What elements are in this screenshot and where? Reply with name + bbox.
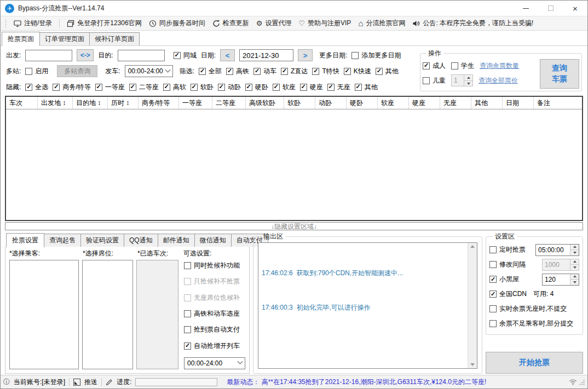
hide-hard-seat-checkbox[interactable]: 硬座 bbox=[300, 83, 323, 92]
depart-time-select[interactable]: 00:00-24:00 bbox=[125, 65, 173, 77]
tab-grab-settings[interactable]: 抢票设置 bbox=[6, 233, 44, 247]
minimize-button[interactable] bbox=[514, 1, 538, 16]
stepper-down[interactable] bbox=[570, 279, 579, 285]
start-grab-button[interactable]: 开始抢票 bbox=[486, 352, 583, 374]
depart-input[interactable] bbox=[25, 50, 72, 61]
option-waitlist-too-checkbox[interactable]: 同时抢候补功能 bbox=[184, 261, 245, 270]
stepper-arrows[interactable] bbox=[464, 75, 472, 86]
scroll-down-icon[interactable] bbox=[470, 363, 475, 366]
option-extra-trains-checkbox[interactable]: 自动抢增开列车 bbox=[184, 341, 245, 351]
timed-grab-checkbox[interactable]: 定时抢票 bbox=[489, 245, 526, 254]
filter-k-checkbox[interactable]: K快速 bbox=[344, 67, 371, 76]
toolbar-item-official-site[interactable]: ⌂ 分流抢票官网 bbox=[358, 19, 405, 28]
hide-soft-seat-checkbox[interactable]: 软座 bbox=[273, 83, 296, 92]
hide-gaoruan-checkbox[interactable]: 高软 bbox=[163, 83, 186, 92]
stepper-up[interactable] bbox=[570, 245, 579, 250]
col-soft-seat[interactable]: 软座 bbox=[378, 97, 409, 109]
filter-gaotie-checkbox[interactable]: 高铁 bbox=[226, 67, 249, 76]
collapse-settings-bar[interactable]: ↓隐藏设置区域↓ bbox=[5, 222, 583, 230]
adult-checkbox[interactable]: 成人 bbox=[423, 61, 446, 71]
col-business[interactable]: 商务/特等 bbox=[139, 97, 179, 109]
tab-wechat-notify[interactable]: 微信通知 bbox=[194, 234, 232, 247]
option-waitlist-only-checkbox[interactable]: 只抢候补不抢票 bbox=[184, 277, 245, 286]
stepper-down[interactable] bbox=[570, 264, 579, 270]
hide-other-checkbox[interactable]: 其他 bbox=[355, 83, 378, 92]
hide-dongwo-checkbox[interactable]: 动卧 bbox=[218, 83, 241, 92]
toolbar-item-check-update[interactable]: 检查更新 bbox=[212, 19, 249, 28]
same-city-checkbox[interactable]: 同城 bbox=[174, 51, 197, 60]
option-auto-pay-checkbox[interactable]: 抢到票自动支付 bbox=[184, 325, 245, 334]
query-price-link[interactable]: 查询全部票价 bbox=[479, 76, 518, 85]
child-checkbox[interactable]: 儿童 bbox=[423, 76, 446, 85]
col-date[interactable]: 日期 bbox=[503, 97, 534, 109]
stepper-arrows[interactable] bbox=[570, 274, 579, 285]
hide-business-checkbox[interactable]: 商务/特等 bbox=[53, 83, 90, 92]
resize-grip-icon[interactable] bbox=[579, 380, 585, 385]
col-second-class[interactable]: 二等座 bbox=[212, 97, 246, 109]
toolbar-item-proxy[interactable]: ⚙ 设置代理 bbox=[256, 19, 292, 28]
passenger-listbox[interactable] bbox=[9, 260, 79, 369]
output-log[interactable]: 17:46:02:6 获取到:790个CDN,开始智能测速中... 17:46:… bbox=[258, 242, 477, 369]
blackroom-stepper[interactable]: 120 bbox=[542, 274, 579, 286]
tab-waitlist-orders[interactable]: 候补订单页面 bbox=[89, 32, 140, 45]
national-cdn-checkbox[interactable]: 全国CDN bbox=[489, 289, 527, 299]
selected-train-listbox[interactable] bbox=[136, 260, 178, 369]
grab-time-range-select[interactable]: 00:00-24:00 bbox=[184, 357, 245, 369]
filter-dongche-checkbox[interactable]: 动车 bbox=[253, 67, 276, 76]
stepper-arrows[interactable] bbox=[570, 245, 579, 256]
blackroom-checkbox[interactable]: 小黑屋 bbox=[489, 275, 519, 284]
filter-all-checkbox[interactable]: 全部 bbox=[199, 67, 222, 76]
hide-second-class-checkbox[interactable]: 二等座 bbox=[129, 83, 159, 92]
toolbar-item-sync-time[interactable]: 同步服务器时间 bbox=[149, 19, 205, 28]
col-remark[interactable]: 备注 bbox=[534, 97, 582, 109]
tab-grab-page[interactable]: 抢票页面 bbox=[2, 32, 40, 46]
option-noseat-waitlist-checkbox[interactable]: 无座席位也候补 bbox=[184, 293, 245, 303]
query-remaining-link[interactable]: 查询余票数量 bbox=[480, 61, 519, 71]
dest-input[interactable] bbox=[118, 50, 165, 61]
date-prev-button[interactable]: < bbox=[220, 49, 235, 61]
multi-station-query-button[interactable]: 多站查询 bbox=[57, 65, 97, 77]
hide-first-class-checkbox[interactable]: 一等座 bbox=[95, 83, 125, 92]
col-soft-sleeper[interactable]: 软卧 bbox=[284, 97, 315, 109]
interval-stepper[interactable]: 1000 bbox=[542, 259, 579, 271]
hide-hard-sleeper-checkbox[interactable]: 硬卧 bbox=[245, 83, 268, 92]
hide-no-seat-checkbox[interactable]: 无座 bbox=[327, 83, 350, 92]
date-input[interactable] bbox=[239, 49, 293, 61]
tab-qq-notify[interactable]: QQ通知 bbox=[124, 234, 158, 247]
scroll-up-icon[interactable] bbox=[470, 245, 475, 248]
interval-checkbox[interactable]: 修改间隔 bbox=[489, 260, 526, 269]
toolbar-item-open-12306[interactable]: 免登录打开12306官网 bbox=[67, 19, 141, 28]
timed-grab-stepper[interactable]: 05:00:00 bbox=[535, 244, 579, 256]
noseat-no-submit-checkbox[interactable]: 实时余票无座时,不提交 bbox=[489, 304, 567, 313]
stepper-down[interactable] bbox=[570, 249, 579, 256]
stepper-up[interactable] bbox=[570, 274, 579, 280]
toolbar-grip[interactable] bbox=[5, 19, 7, 28]
query-tickets-button[interactable]: 查询 车票 bbox=[540, 59, 579, 89]
col-deluxe-soft-sleeper[interactable]: 高级软卧 bbox=[246, 97, 284, 109]
maximize-button[interactable] bbox=[538, 1, 563, 16]
push-button[interactable]: 推送 bbox=[84, 378, 97, 387]
toolbar-item-login[interactable]: 注销/登录 bbox=[14, 19, 52, 28]
date-next-button[interactable]: > bbox=[298, 49, 313, 61]
partial-submit-checkbox[interactable]: 余票不足乘客时,部分提交 bbox=[489, 319, 573, 328]
hide-all-checkbox[interactable]: 全选 bbox=[25, 83, 48, 92]
col-train-no[interactable]: 车次 bbox=[6, 97, 38, 109]
stepper-up[interactable] bbox=[464, 75, 472, 80]
col-hard-sleeper[interactable]: 硬卧 bbox=[347, 97, 378, 109]
col-origin[interactable]: 出发地 ↕ bbox=[38, 97, 73, 109]
child-count-stepper[interactable]: 1 bbox=[451, 74, 473, 86]
col-destination[interactable]: 目的地 ↕ bbox=[73, 97, 108, 109]
col-hard-seat[interactable]: 硬座 bbox=[409, 97, 440, 109]
multi-station-enable-checkbox[interactable]: 启用 bbox=[25, 67, 48, 76]
output-scrollbar[interactable] bbox=[468, 243, 477, 368]
filter-t-checkbox[interactable]: T特快 bbox=[312, 67, 339, 76]
col-no-seat[interactable]: 无座 bbox=[440, 97, 471, 109]
filter-other-checkbox[interactable]: 其他 bbox=[376, 67, 399, 76]
col-first-class[interactable]: 一等座 bbox=[179, 97, 212, 109]
filter-z-checkbox[interactable]: Z直达 bbox=[281, 67, 308, 76]
option-seat-selection-checkbox[interactable]: 高铁和动车选座 bbox=[184, 309, 245, 318]
add-more-dates-checkbox[interactable]: 添加更多日期 bbox=[351, 51, 401, 60]
tab-order-management[interactable]: 订单管理页面 bbox=[39, 32, 90, 45]
close-button[interactable]: × bbox=[563, 1, 587, 16]
toolbar-item-vip[interactable]: ♡ 赞助与注册VIP bbox=[298, 19, 351, 28]
